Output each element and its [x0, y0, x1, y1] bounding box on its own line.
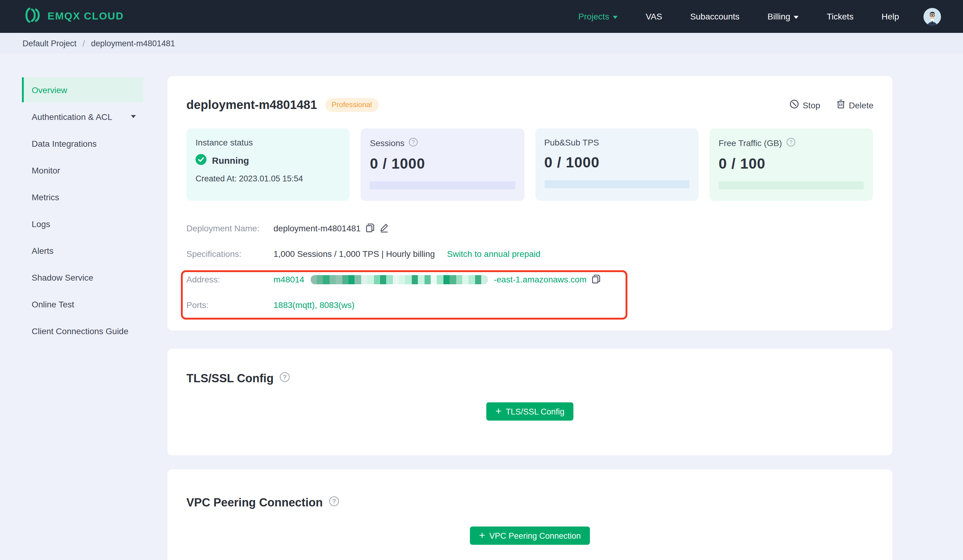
svg-text:?: ?	[789, 139, 792, 145]
status-badge: Running	[212, 155, 249, 165]
stat-label: Pub&Sub TPS	[544, 138, 599, 147]
emqx-logo-icon	[22, 5, 41, 28]
stop-icon	[789, 99, 799, 111]
stat-card-pubsub-tps: Pub&Sub TPS 0 / 1000	[535, 128, 699, 201]
svg-text:?: ?	[332, 498, 336, 505]
vpc-peering-card: VPC Peering Connection ? + VPC Peering C…	[167, 469, 892, 560]
sidebar-item-shadow-service[interactable]: Shadow Service	[22, 265, 143, 290]
instance-status-row: Running	[196, 154, 341, 167]
svg-text:?: ?	[283, 374, 287, 380]
trash-icon	[836, 99, 845, 111]
vpc-heading: VPC Peering Connection	[186, 496, 323, 510]
deployment-name-value: deployment-m4801481	[274, 223, 361, 233]
stats-row: Instance status Running Created At: 2023…	[186, 128, 873, 201]
plus-icon: +	[479, 530, 485, 540]
address-prefix: m48014	[274, 275, 304, 284]
deployment-overview-card: deployment-m4801481 Professional Stop	[167, 76, 892, 330]
sidebar-item-monitor[interactable]: Monitor	[22, 158, 143, 183]
tls-heading: TLS/SSL Config	[186, 372, 274, 385]
copy-address-icon[interactable]	[592, 274, 601, 285]
deployment-title: deployment-m4801481	[186, 98, 317, 112]
stat-card-free-traffic: Free Traffic (GB) ? 0 / 100	[710, 128, 873, 201]
add-vpc-peering-button[interactable]: + VPC Peering Connection	[470, 526, 590, 545]
tls-ssl-config-card: TLS/SSL Config ? + TLS/SSL Config	[167, 349, 892, 455]
delete-label: Delete	[849, 100, 874, 110]
address-row: Address: m48014-east-1.amazonaws.com	[186, 273, 601, 285]
plus-icon: +	[496, 406, 502, 416]
sidebar-item-logs[interactable]: Logs	[22, 211, 143, 236]
add-tls-ssl-config-button[interactable]: + TLS/SSL Config	[486, 402, 574, 421]
breadcrumb-separator: /	[83, 39, 85, 48]
check-circle-icon	[196, 154, 206, 167]
sessions-progress-bar	[370, 181, 515, 189]
sidebar-item-online-test[interactable]: Online Test	[22, 291, 143, 317]
ports-label: Ports:	[186, 300, 274, 310]
help-icon[interactable]: ?	[329, 496, 339, 510]
ports-row: Ports: 1883(mqtt), 8083(ws)	[186, 299, 355, 311]
traffic-progress-bar	[719, 181, 864, 189]
sidebar-item-data-integrations[interactable]: Data Integrations	[22, 131, 143, 156]
stat-card-sessions: Sessions ? 0 / 1000	[361, 128, 524, 201]
specifications-row: Specifications: 1,000 Sessions / 1,000 T…	[186, 248, 540, 260]
stat-label: Instance status	[196, 138, 341, 147]
stat-label: Sessions	[370, 138, 405, 148]
sidebar-item-authentication-acl[interactable]: Authentication & ACL	[22, 104, 143, 129]
stat-label: Free Traffic (GB)	[719, 138, 782, 148]
stat-value: 0 / 100	[719, 155, 864, 172]
user-avatar[interactable]	[923, 8, 941, 25]
help-icon[interactable]: ?	[280, 372, 290, 385]
chevron-down-icon	[131, 115, 136, 118]
brand-name: EMQX CLOUD	[47, 10, 124, 23]
ports-value: 1883(mqtt), 8083(ws)	[274, 300, 355, 310]
emqx-cloud-console: EMQX CLOUD ProjectsVASSubaccountsBilling…	[0, 0, 963, 560]
help-icon[interactable]: ?	[786, 138, 795, 149]
deployment-name-label: Deployment Name:	[186, 223, 274, 233]
stat-value: 0 / 1000	[370, 155, 515, 172]
sidebar-item-alerts[interactable]: Alerts	[22, 238, 143, 263]
svg-text:?: ?	[412, 139, 415, 145]
breadcrumb-deployment: deployment-m4801481	[91, 39, 175, 48]
stop-label: Stop	[802, 100, 820, 110]
sidebar-item-overview[interactable]: Overview	[22, 77, 143, 102]
deployment-actions: Stop Delete	[789, 99, 874, 111]
stat-card-instance-status: Instance status Running Created At: 2023…	[186, 128, 350, 201]
switch-annual-prepaid-link[interactable]: Switch to annual prepaid	[447, 249, 541, 259]
stat-value: 0 / 1000	[544, 154, 689, 171]
main-content: deployment-m4801481 Professional Stop	[167, 0, 892, 560]
sidebar: OverviewAuthentication & ACLData Integra…	[22, 77, 143, 345]
specifications-label: Specifications:	[186, 249, 274, 259]
brand[interactable]: EMQX CLOUD	[22, 5, 124, 28]
delete-button[interactable]: Delete	[836, 99, 874, 111]
help-icon[interactable]: ?	[409, 138, 418, 149]
address-label: Address:	[186, 275, 274, 284]
breadcrumb-project[interactable]: Default Project	[23, 39, 76, 48]
edit-icon[interactable]	[379, 222, 389, 234]
created-at: Created At: 2023.01.05 15:54	[196, 174, 341, 183]
copy-icon[interactable]	[365, 222, 374, 234]
address-redacted-block	[310, 275, 488, 284]
deployment-name-row: Deployment Name: deployment-m4801481	[186, 222, 389, 234]
address-suffix: -east-1.amazonaws.com	[494, 275, 587, 284]
sidebar-item-client-connections-guide[interactable]: Client Connections Guide	[22, 318, 143, 343]
tps-progress-bar	[544, 180, 689, 188]
sidebar-item-metrics[interactable]: Metrics	[22, 185, 143, 209]
specifications-value: 1,000 Sessions / 1,000 TPS | Hourly bill…	[274, 249, 435, 259]
plan-badge: Professional	[325, 98, 379, 112]
deployment-title-row: deployment-m4801481 Professional Stop	[186, 98, 874, 112]
stop-button[interactable]: Stop	[789, 99, 820, 111]
